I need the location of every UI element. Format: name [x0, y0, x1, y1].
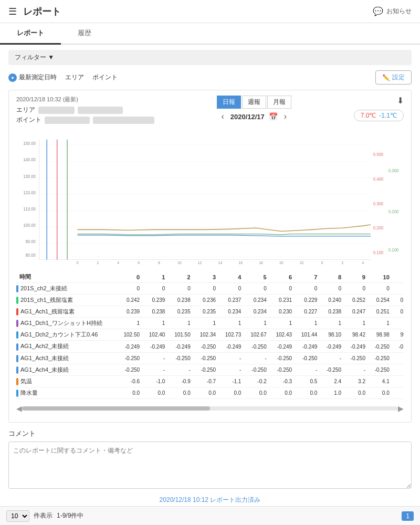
hscroll-bar[interactable] [22, 406, 398, 411]
table-row: 気温-0.6-1.0-0.9-0.7-1.1-0.2-0.30.52.43.24… [16, 375, 404, 387]
table-row: AG1_Ach1_残留塩素0.2390.2380.2350.2350.2340.… [16, 306, 404, 318]
svg-text:0.300: 0.300 [388, 169, 399, 173]
cell-value: -0.250 [168, 352, 193, 364]
prev-date-button[interactable]: ‹ [219, 112, 226, 121]
hscroll-thumb [22, 406, 210, 411]
main-content: フィルター ▼ ● 最新測定日時 エリア ポイント ✏️ 設定 2020/12/… [0, 45, 420, 525]
cell-value: 0.227 [295, 306, 320, 318]
cell-value: 1 [118, 318, 143, 329]
table-body: 201S_ch2_未接続000000000000000201S_ch1_残留塩素… [16, 283, 404, 399]
filter-chip-area[interactable]: エリア [65, 73, 84, 82]
period-tab-weekly[interactable]: 週報 [242, 96, 266, 109]
svg-text:120.00: 120.00 [23, 191, 36, 195]
cell-value: 1 [219, 318, 244, 329]
page-size-select[interactable]: 10 20 50 [6, 510, 29, 522]
svg-text:0.100: 0.100 [388, 248, 399, 253]
filter-chip-date[interactable]: ● 最新測定日時 [8, 73, 57, 82]
cell-value: - [295, 364, 320, 375]
cell-value: 0.238 [168, 295, 193, 306]
comment-textarea[interactable] [8, 442, 412, 489]
report-status: 2020/12/18 10:12 レポート出力済み [8, 496, 412, 505]
cell-value: 0.251 [369, 306, 393, 318]
cell-value: 0.256 [393, 306, 404, 318]
cell-value: 0.238 [143, 306, 168, 318]
hscroll-left-btn[interactable]: ◀ [16, 404, 22, 413]
tab-history[interactable]: 履歴 [61, 23, 108, 45]
svg-text:2: 2 [97, 261, 99, 265]
report-date-updated: 2020/12/18 10:32 (最新) [16, 96, 154, 103]
cell-value: -0.7 [194, 375, 219, 387]
svg-text:140.00: 140.00 [23, 158, 36, 162]
cell-value: -0.249 [143, 341, 168, 352]
cell-value: 98.10 [320, 329, 344, 341]
col-header-6: 6 [270, 271, 295, 283]
cell-value: 0.0 [219, 387, 244, 398]
range-text: 1-9/9件中 [57, 511, 83, 520]
cell-value: 0.0 [369, 387, 393, 398]
cell-value: 1 [393, 318, 404, 329]
report-point-row: ポイント [16, 116, 154, 124]
cell-value: -0.250 [118, 352, 143, 364]
svg-text:100.00: 100.00 [23, 223, 36, 228]
notification-icon[interactable]: 💬 [373, 6, 383, 16]
filter-chip-label-date: 最新測定日時 [19, 73, 57, 82]
cell-value: 0.231 [270, 295, 295, 306]
col-header-5: 5 [244, 271, 269, 283]
cell-value: -0.250 [194, 352, 219, 364]
cell-value: 0.252 [344, 295, 369, 306]
cell-value: -0.249 [320, 341, 344, 352]
period-tab-monthly[interactable]: 月報 [267, 96, 291, 109]
filter-label: フィルター ▼ [15, 53, 54, 62]
svg-text:0.200: 0.200 [373, 226, 384, 230]
cell-value: 0.234 [244, 295, 269, 306]
cell-value: -0.249 [295, 341, 320, 352]
cell-value: -0.250 [270, 352, 295, 364]
hscroll-right-btn[interactable]: ▶ [398, 404, 404, 413]
data-table-container[interactable]: 時間01234567891011121314 201S_ch2_未接続00000… [16, 271, 404, 399]
cell-value: 0.239 [118, 306, 143, 318]
cell-value: 0.237 [219, 295, 244, 306]
temp-low: -1.1℃ [379, 112, 397, 119]
col-header-9: 9 [344, 271, 369, 283]
cell-value: 0.230 [270, 306, 295, 318]
table-row: AG1_Ach2_未接続-0.249-0.249-0.249-0.250-0.2… [16, 341, 404, 352]
cell-value: 0 [369, 283, 393, 295]
card-right: ⬇ 7.0℃ -1.1℃ [354, 96, 404, 121]
cell-value: -0.250 [194, 364, 219, 375]
calendar-icon[interactable]: 📅 [269, 112, 278, 121]
cell-value: -0.250 [244, 341, 269, 352]
svg-text:110.00: 110.00 [23, 207, 36, 212]
notification-label: お知らせ [386, 7, 412, 16]
current-date: 2020/12/17 [230, 113, 265, 121]
point-value1 [45, 117, 90, 124]
row-label: 気温 [16, 375, 118, 387]
date-navigator: ‹ 2020/12/17 📅 › [219, 112, 289, 121]
cell-value: -0.249 [393, 341, 404, 352]
cell-value: 0 [143, 283, 168, 295]
tab-report[interactable]: レポート [0, 23, 61, 45]
point-label: ポイント [16, 116, 41, 124]
menu-icon[interactable]: ☰ [8, 6, 17, 17]
report-card-left: 2020/12/18 10:32 (最新) エリア ポイント [16, 96, 154, 124]
svg-text:0.200: 0.200 [388, 209, 399, 214]
set-icon: ✏️ [382, 74, 390, 81]
cell-value: 102.50 [118, 329, 143, 341]
cell-value: - [320, 352, 344, 364]
cell-value: 0.5 [295, 375, 320, 387]
svg-text:2: 2 [342, 261, 344, 265]
cell-value: 98.42 [344, 329, 369, 341]
next-date-button[interactable]: › [282, 112, 289, 121]
filter-chip-point[interactable]: ポイント [92, 73, 118, 82]
download-icon[interactable]: ⬇ [397, 96, 404, 106]
cell-value: 1 [369, 318, 393, 329]
cell-value: -0.249 [344, 341, 369, 352]
set-button[interactable]: ✏️ 設定 [375, 70, 412, 85]
cell-value: 0.0 [143, 387, 168, 398]
page-number[interactable]: 1 [402, 511, 414, 521]
svg-text:0.300: 0.300 [373, 201, 384, 206]
svg-text:150.00: 150.00 [23, 141, 36, 146]
filter-bar[interactable]: フィルター ▼ [8, 50, 412, 65]
cell-value: - [219, 352, 244, 364]
period-tab-daily[interactable]: 日報 [217, 96, 241, 109]
col-header-1: 1 [143, 271, 168, 283]
